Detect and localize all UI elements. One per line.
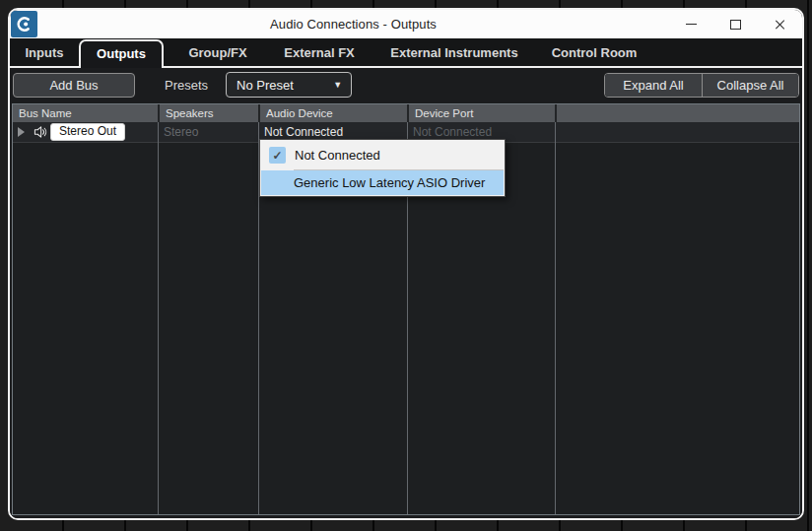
audio-device-cell[interactable]: Not Connected <box>258 125 407 139</box>
column-header-empty <box>555 104 799 122</box>
maximize-icon <box>730 20 741 30</box>
outputs-panel: Add Bus Presets No Preset ▼ Expand All C… <box>10 68 802 518</box>
speaker-icon <box>33 124 48 140</box>
column-header-bus-name[interactable]: Bus Name <box>13 104 158 122</box>
column-header-device-port[interactable]: Device Port <box>407 104 555 122</box>
menu-item-generic-asio-driver[interactable]: Generic Low Latency ASIO Driver <box>261 170 504 195</box>
tab-external-instruments[interactable]: External Instruments <box>367 38 542 68</box>
menu-item-label: Generic Low Latency ASIO Driver <box>261 175 485 190</box>
toolbar: Add Bus Presets No Preset ▼ Expand All C… <box>10 68 802 101</box>
expand-collapse-group: Expand All Collapse All <box>604 73 799 98</box>
expand-arrow-icon[interactable] <box>18 127 25 137</box>
tab-control-room[interactable]: Control Room <box>542 38 646 68</box>
minimize-button[interactable] <box>669 10 713 38</box>
title-bar[interactable]: Audio Connections - Outputs <box>10 10 802 38</box>
maximize-button[interactable] <box>713 10 758 38</box>
tab-group-fx[interactable]: Group/FX <box>164 38 272 68</box>
menu-item-label: Not Connected <box>295 148 380 163</box>
window-controls <box>669 10 802 38</box>
check-icon: ✓ <box>269 147 286 164</box>
collapse-all-button[interactable]: Collapse All <box>702 74 798 97</box>
preset-select[interactable]: No Preset ▼ <box>226 72 352 98</box>
close-button[interactable] <box>758 10 802 38</box>
menu-item-not-connected[interactable]: ✓ Not Connected <box>261 141 504 169</box>
add-bus-button[interactable]: Add Bus <box>13 73 135 98</box>
grid-line <box>555 122 556 514</box>
check-glyph: ✓ <box>272 149 282 163</box>
bus-name-cell: Stereo Out <box>13 123 158 141</box>
column-header-speakers[interactable]: Speakers <box>158 104 258 122</box>
grid-line <box>158 122 159 514</box>
device-port-cell[interactable]: Not Connected <box>407 125 555 139</box>
expand-all-button[interactable]: Expand All <box>605 74 702 97</box>
speakers-cell: Stereo <box>158 125 258 139</box>
tab-external-fx[interactable]: External FX <box>272 38 367 68</box>
tab-inputs[interactable]: Inputs <box>10 38 79 68</box>
preset-value: No Preset <box>237 78 294 93</box>
presets-label: Presets <box>165 78 208 93</box>
cubase-logo-icon <box>11 11 37 37</box>
dropdown-arrow-icon: ▼ <box>333 80 342 90</box>
audio-connections-window: Audio Connections - Outputs Inputs Outpu… <box>8 8 804 520</box>
tab-outputs[interactable]: Outputs <box>79 39 164 68</box>
audio-device-dropdown: ✓ Not Connected Generic Low Latency ASIO… <box>259 139 506 197</box>
window-title: Audio Connections - Outputs <box>37 17 669 32</box>
close-icon <box>775 19 786 31</box>
column-header-audio-device[interactable]: Audio Device <box>258 104 407 122</box>
table-header: Bus Name Speakers Audio Device Device Po… <box>13 104 799 122</box>
bus-name-chip[interactable]: Stereo Out <box>50 123 125 141</box>
tab-bar: Inputs Outputs Group/FX External FX Exte… <box>10 38 802 68</box>
minimize-icon <box>686 24 697 26</box>
